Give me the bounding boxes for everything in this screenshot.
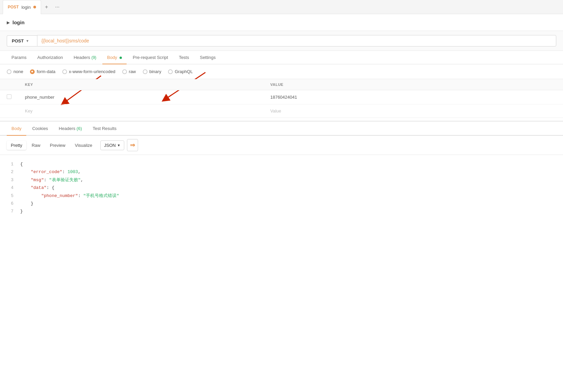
row-checkbox-cell-2 (0, 104, 18, 118)
row-key-placeholder[interactable]: Key (18, 104, 264, 118)
option-binary-label: binary (150, 69, 161, 74)
json-select-label: JSON (104, 143, 116, 148)
tab-authorization-label: Authorization (37, 55, 63, 60)
collection-header: ▶ login (0, 14, 563, 31)
request-tab[interactable]: POST login (3, 0, 41, 14)
option-raw[interactable]: raw (122, 69, 136, 74)
tab-params[interactable]: Params (7, 51, 31, 64)
tab-settings[interactable]: Settings (195, 51, 220, 64)
url-bar: POST ▼ (0, 31, 563, 51)
line-num-7: 7 (7, 207, 13, 215)
option-form-data[interactable]: form-data (30, 69, 56, 74)
code-line-2: 2 "error_code": 1003, (7, 168, 556, 176)
body-options: none form-data x-www-form-urlencoded raw… (0, 64, 563, 79)
line-num-6: 6 (7, 200, 13, 207)
resp-tab-headers-label: Headers (6) (59, 126, 82, 131)
format-raw-button[interactable]: Raw (28, 141, 44, 150)
tab-method-label: POST (8, 5, 19, 9)
tab-params-label: Params (11, 55, 27, 60)
code-content-7: } (20, 207, 556, 215)
collapse-arrow-icon[interactable]: ▶ (7, 20, 10, 25)
collection-name-label: login (12, 20, 25, 25)
row-checkbox[interactable] (7, 94, 11, 99)
resp-tab-body[interactable]: Body (7, 122, 26, 135)
code-content-3: "msg": "表单验证失败", (20, 176, 556, 184)
option-raw-label: raw (129, 69, 136, 74)
code-line-6: 6 } (7, 200, 556, 207)
tab-headers[interactable]: Headers (9) (69, 51, 101, 64)
code-line-3: 3 "msg": "表单验证失败", (7, 176, 556, 184)
params-table: KEY VALUE phone_number 18760424041 Key V… (0, 79, 563, 118)
code-line-5: 5 "phone_number": "手机号格式错误" (7, 192, 556, 200)
url-input[interactable] (37, 35, 556, 46)
option-binary[interactable]: binary (143, 69, 161, 74)
tab-settings-label: Settings (200, 55, 216, 60)
row-value-placeholder[interactable]: Value (264, 104, 563, 118)
code-line-4: 4 "data": { (7, 184, 556, 192)
resp-tab-testresults-label: Test Results (93, 126, 117, 131)
line-num-1: 1 (7, 160, 13, 168)
tab-prerequest-label: Pre-request Script (133, 55, 168, 60)
row-value-cell[interactable]: 18760424041 (264, 90, 563, 104)
tab-body-label: Body (107, 55, 122, 60)
option-urlencoded[interactable]: x-www-form-urlencoded (62, 69, 115, 74)
more-tabs-button[interactable]: ··· (52, 2, 63, 12)
col-key-header: KEY (18, 79, 264, 90)
code-line-1: 1 { (7, 160, 556, 168)
line-num-3: 3 (7, 176, 13, 184)
code-content-4: "data": { (20, 184, 556, 192)
format-visualize-button[interactable]: Visualize (71, 141, 96, 150)
format-preview-button[interactable]: Preview (46, 141, 69, 150)
resp-tab-cookies-label: Cookies (32, 126, 48, 131)
row-key-cell[interactable]: phone_number (18, 90, 264, 104)
radio-graphql (168, 69, 173, 74)
response-section: Body Cookies Headers (6) Test Results Pr… (0, 121, 563, 221)
method-label: POST (12, 38, 24, 43)
tab-prerequest[interactable]: Pre-request Script (128, 51, 173, 64)
resp-tab-testresults[interactable]: Test Results (88, 122, 121, 135)
code-content-1: { (20, 160, 556, 168)
radio-form-data (30, 69, 35, 74)
request-tabs: Params Authorization Headers (9) Body Pr… (0, 51, 563, 64)
response-code-view: 1 { 2 "error_code": 1003, 3 "msg": "表单验证… (0, 155, 563, 221)
format-pretty-button[interactable]: Pretty (7, 141, 26, 150)
tab-authorization[interactable]: Authorization (33, 51, 68, 64)
params-table-section: KEY VALUE phone_number 18760424041 Key V… (0, 79, 563, 118)
method-select[interactable]: POST ▼ (7, 35, 37, 46)
line-num-5: 5 (7, 192, 13, 200)
option-none[interactable]: none (7, 69, 23, 74)
tab-modified-dot (33, 6, 36, 8)
format-json-select[interactable]: JSON ▼ (100, 140, 124, 150)
radio-none (7, 69, 11, 74)
chevron-down-icon: ▼ (26, 39, 29, 43)
tab-body[interactable]: Body (102, 51, 127, 64)
col-value-header: VALUE (264, 79, 563, 90)
code-content-2: "error_code": 1003, (20, 168, 556, 176)
radio-raw (122, 69, 127, 74)
table-row: phone_number 18760424041 (0, 90, 563, 104)
tab-headers-label: Headers (9) (74, 55, 96, 60)
wrap-button[interactable]: ⇒ (127, 139, 138, 151)
code-content-5: "phone_number": "手机号格式错误" (20, 192, 556, 200)
option-graphql[interactable]: GraphQL (168, 69, 193, 74)
line-num-4: 4 (7, 184, 13, 192)
resp-tab-body-label: Body (11, 126, 22, 131)
table-row: Key Value (0, 104, 563, 118)
tab-name-label: login (22, 5, 31, 10)
row-checkbox-cell (0, 90, 18, 104)
line-num-2: 2 (7, 168, 13, 176)
option-graphql-label: GraphQL (175, 69, 193, 74)
response-tabs: Body Cookies Headers (6) Test Results (0, 122, 563, 136)
add-tab-button[interactable]: + (41, 2, 52, 12)
col-checkbox (0, 79, 18, 90)
resp-tab-cookies[interactable]: Cookies (28, 122, 53, 135)
tab-tests[interactable]: Tests (174, 51, 194, 64)
resp-tab-headers[interactable]: Headers (6) (54, 122, 87, 135)
radio-urlencoded (62, 69, 67, 74)
code-line-7: 7 } (7, 207, 556, 215)
radio-binary (143, 69, 147, 74)
tab-bar: POST login + ··· (0, 0, 563, 14)
option-urlencoded-label: x-www-form-urlencoded (69, 69, 115, 74)
tab-tests-label: Tests (179, 55, 189, 60)
response-toolbar: Pretty Raw Preview Visualize JSON ▼ ⇒ (0, 136, 563, 155)
